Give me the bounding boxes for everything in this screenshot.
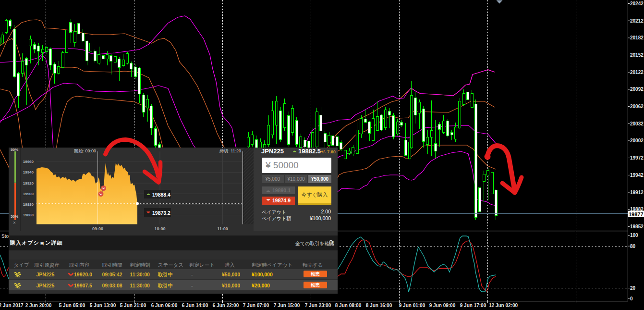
svg-text:6 Jun 14:00: 6 Jun 14:00 (182, 303, 208, 308)
svg-text:5 Jun 13:00: 5 Jun 13:00 (90, 303, 116, 308)
svg-text:締切: 11:20: 締切: 11:20 (219, 149, 241, 153)
svg-text:6 Jun 22:00: 6 Jun 22:00 (213, 303, 239, 308)
svg-text:19860: 19860 (23, 213, 34, 217)
svg-text:19960: 19960 (23, 160, 34, 164)
svg-text:100: 100 (630, 233, 638, 238)
svg-text:80: 80 (630, 244, 636, 249)
svg-text:19888.4: 19888.4 (152, 192, 170, 198)
svg-text:20002: 20002 (630, 138, 644, 143)
svg-text:19912: 19912 (630, 190, 644, 195)
svg-text:19942: 19942 (630, 173, 644, 178)
svg-text:09:00: 09:00 (92, 226, 103, 231)
svg-text:0: 0 (630, 296, 633, 301)
svg-text:9 Jun 17:00: 9 Jun 17:00 (460, 303, 486, 308)
svg-text:20032: 20032 (630, 121, 644, 126)
svg-text:開始: 09:00: 開始: 09:00 (74, 149, 96, 153)
svg-text:19880: 19880 (23, 202, 34, 207)
svg-text:19972: 19972 (630, 155, 644, 161)
svg-text:20092: 20092 (630, 87, 644, 92)
svg-text:19877: 19877 (629, 211, 644, 217)
svg-text:20062: 20062 (630, 104, 644, 109)
svg-text:19852: 19852 (630, 224, 644, 229)
svg-text:10:00: 10:00 (154, 226, 165, 231)
svg-text:2 Jun 2017: 2 Jun 2017 (0, 303, 24, 308)
svg-text:7 Jun 15:00: 7 Jun 15:00 (274, 303, 300, 308)
svg-text:12 Jun 02:00: 12 Jun 02:00 (489, 303, 518, 308)
svg-text:20182: 20182 (630, 35, 644, 40)
svg-text:19920: 19920 (23, 181, 34, 186)
svg-text:5 Jun 05:00: 5 Jun 05:00 (59, 303, 85, 308)
svg-text:19940: 19940 (23, 170, 34, 174)
svg-text:20122: 20122 (630, 70, 644, 75)
svg-text:6 Jun 06:00: 6 Jun 06:00 (151, 303, 178, 308)
svg-text:11:00: 11:00 (217, 226, 228, 231)
svg-text:8 Jun 16:00: 8 Jun 16:00 (366, 303, 392, 308)
svg-text:7 Jun 07:00: 7 Jun 07:00 (243, 303, 269, 308)
svg-text:20152: 20152 (630, 52, 644, 58)
svg-text:8 Jun 08:00: 8 Jun 08:00 (335, 303, 362, 308)
svg-text:19900: 19900 (23, 192, 34, 196)
svg-text:20: 20 (630, 285, 636, 291)
svg-text:20242: 20242 (630, 1, 644, 6)
svg-text:19873.2: 19873.2 (152, 210, 170, 216)
svg-text:9 Jun 01:00: 9 Jun 01:00 (399, 303, 425, 308)
svg-text:20212: 20212 (630, 18, 644, 24)
svg-text:9 Jun 09:00: 9 Jun 09:00 (429, 303, 456, 308)
svg-text:2 Jun 20:00: 2 Jun 20:00 (25, 303, 52, 308)
svg-text:5 Jun 21:00: 5 Jun 21:00 (120, 303, 146, 308)
svg-text:7 Jun 23:00: 7 Jun 23:00 (305, 303, 331, 308)
